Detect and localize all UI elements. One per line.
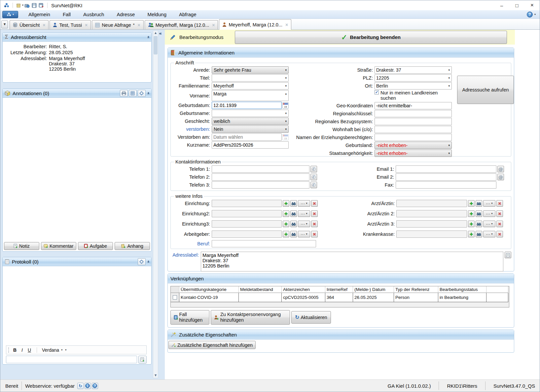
arbeitgeber-input[interactable] [212, 231, 282, 238]
telefon2-input[interactable] [212, 173, 309, 181]
regionalschluessel-input[interactable] [375, 110, 452, 117]
kommentar-button[interactable]: + Kommentar [41, 242, 76, 250]
row-checkbox[interactable]: ✓ [173, 295, 177, 300]
search-button[interactable] [290, 231, 297, 237]
strasse-combo[interactable]: Drakestr. 37▾ [375, 66, 452, 74]
italic-button[interactable]: I [20, 347, 24, 353]
scroll-down-icon[interactable]: ▼ [153, 373, 158, 378]
erziehungsberechtigte-input[interactable] [375, 134, 452, 141]
font-select[interactable]: Verdana▾ [42, 347, 62, 353]
landkreis-checkbox[interactable]: ✓ [375, 90, 379, 94]
delete-button[interactable]: ✖ [496, 200, 503, 207]
help-icon[interactable]: ? [527, 12, 533, 18]
add-button[interactable]: ✚ [468, 200, 475, 207]
menu-allgemein[interactable]: Allgemein [22, 12, 56, 17]
verstorben-am-input[interactable] [212, 133, 282, 141]
bold-button[interactable]: B [13, 347, 17, 353]
delete-button[interactable]: ✖ [311, 200, 318, 207]
maximize-button[interactable]: □ [509, 0, 524, 10]
more-button[interactable]: ...▾ [298, 210, 310, 217]
add-button[interactable]: ✚ [283, 200, 289, 207]
staatsangehoerigkeit-select[interactable]: -nicht erhoben-▾ [375, 150, 452, 157]
tab-meyerhoff-kontakt[interactable]: Meyerhoff, Marga (12.0... × [145, 20, 218, 29]
aktualisieren-button[interactable]: ↻ Aktualisieren [291, 311, 331, 324]
new-item-icon[interactable] [16, 3, 21, 8]
add-entry-button[interactable]: + [138, 356, 147, 364]
search-button[interactable] [476, 221, 482, 227]
vorname-combo[interactable]: Marga▾ [212, 90, 289, 101]
titel-combo[interactable]: ▾ [212, 74, 289, 82]
fax-input[interactable] [396, 181, 496, 189]
menu-adresse[interactable]: Adresse [110, 12, 141, 17]
add-button[interactable]: ✚ [283, 231, 289, 237]
more-button[interactable]: ...▾ [483, 200, 495, 207]
expand-button[interactable] [138, 90, 146, 97]
tab-list-button[interactable]: ▼ [1, 20, 8, 28]
delete-button[interactable]: ✖ [311, 221, 318, 227]
more-button[interactable]: ...▾ [483, 231, 495, 237]
close-icon[interactable]: × [137, 22, 140, 28]
more-button[interactable]: ...▾ [483, 210, 495, 217]
add-button[interactable]: ✚ [468, 210, 475, 217]
help-button[interactable]: ? [92, 383, 98, 389]
table-row[interactable]: ✓ Kontakt-COVID-19 cpCVD2025-0005 364 26… [171, 293, 509, 302]
chevron-down-icon[interactable]: ▾ [22, 4, 23, 7]
wohnhaft-input[interactable] [375, 126, 452, 133]
mail-button[interactable]: @ [497, 174, 504, 180]
verstorben-select[interactable]: Nein▾ [212, 125, 289, 133]
geburtsdatum-input[interactable] [212, 102, 282, 109]
geo-koordinaten-input[interactable] [375, 102, 452, 109]
dial-button[interactable]: ✆ [310, 182, 317, 188]
more-button[interactable]: ...▾ [298, 200, 310, 207]
telefon1-input[interactable] [212, 165, 309, 173]
add-button[interactable]: ✚ [468, 221, 475, 227]
delete-button[interactable]: ✖ [496, 221, 503, 227]
ort-combo[interactable]: Berlin▾ [375, 82, 452, 89]
delete-button[interactable]: ✖ [496, 231, 503, 237]
tab-uebersicht[interactable]: Σ Übersicht × [10, 20, 49, 29]
delete-button[interactable]: ✖ [311, 231, 318, 237]
more-button[interactable]: ...▾ [298, 221, 310, 227]
search-button[interactable] [476, 200, 482, 207]
menu-meldung[interactable]: Meldung [141, 12, 173, 17]
add-button[interactable]: ✚ [283, 210, 289, 217]
notiz-button[interactable]: + Notiz [4, 242, 39, 250]
anhang-button[interactable]: + Anhang [115, 242, 150, 250]
search-button[interactable] [290, 221, 297, 227]
search-button[interactable] [290, 210, 297, 217]
mail-button[interactable]: @ [497, 166, 504, 172]
protocol-entry-input[interactable] [6, 356, 137, 363]
tab-test-tussi[interactable]: Test, Tussi × [50, 20, 91, 29]
chevron-down-icon[interactable]: ▾ [534, 13, 536, 16]
app-menu-button[interactable]: ▾ [2, 11, 18, 18]
krankenkasse-input[interactable] [396, 231, 467, 238]
more-button[interactable]: ...▾ [483, 221, 495, 227]
search-button[interactable] [290, 200, 297, 207]
sidebar-scrollbar[interactable]: ▲ ▼ [153, 30, 158, 378]
fall-hinzufuegen-button[interactable]: + Fall hinzufügen [170, 310, 209, 325]
tab-neue-abfrage[interactable]: Neue Abfrage* × [92, 20, 144, 29]
einrichtung-input[interactable] [212, 200, 282, 207]
menu-ausbruch[interactable]: Ausbruch [77, 12, 110, 17]
einrichtung2-input[interactable] [212, 210, 282, 217]
collapse-icon[interactable]: » [146, 260, 150, 263]
grid-view-button[interactable] [129, 90, 137, 97]
zu-kontaktpersonenvorgang-button[interactable]: + Zu Kontaktpersonenvorgang hinzufügen [211, 310, 290, 325]
familienname-combo[interactable]: Meyerhoff▾ [212, 82, 289, 89]
end-edit-button[interactable]: ✓ Bearbeitung beenden [235, 31, 507, 44]
telefon3-input[interactable] [212, 181, 309, 189]
dial-button[interactable]: ✆ [310, 174, 317, 180]
add-button[interactable]: ✚ [283, 221, 289, 227]
webservice-refresh-button[interactable]: ↻ [77, 383, 84, 389]
beruf-input[interactable] [212, 240, 316, 247]
zusaetzliche-eigenschaft-hinzufuegen-button[interactable]: + Zusätzliche Eigenschaft hinzufügen [168, 341, 256, 349]
dial-button[interactable]: ✆ [310, 166, 317, 172]
print-button[interactable] [120, 90, 128, 97]
scroll-up-icon[interactable]: ▲ [153, 31, 158, 35]
menu-abfrage[interactable]: Abfrage [173, 12, 203, 17]
adresslabel-textarea[interactable]: Marga Meyerhoff Drakestr. 37 12205 Berli… [201, 252, 503, 271]
search-button[interactable] [476, 231, 482, 237]
close-button[interactable]: × [524, 0, 540, 10]
minimize-button[interactable]: – [494, 0, 509, 10]
toolbar-grip[interactable] [8, 347, 9, 353]
